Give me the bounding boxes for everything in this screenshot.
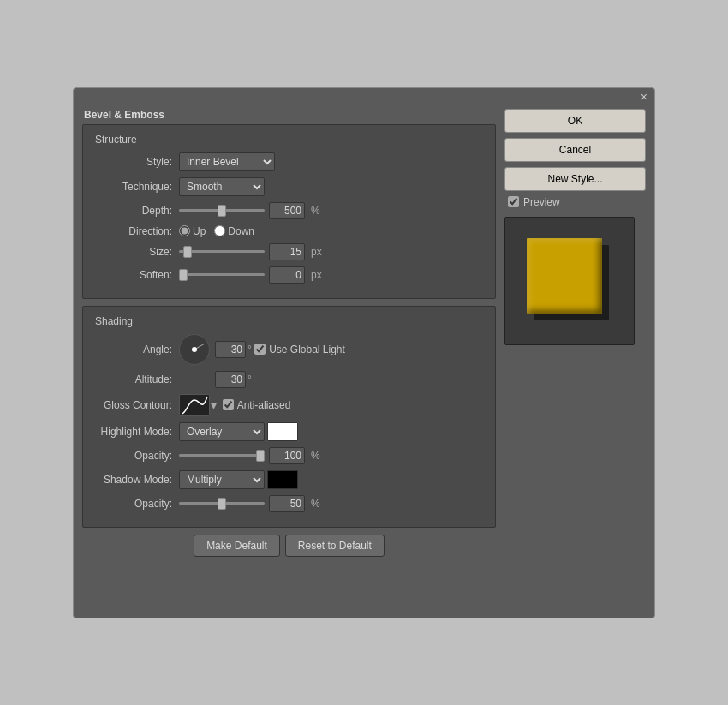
- global-light-label[interactable]: Use Global Light: [254, 344, 345, 355]
- direction-up-radio[interactable]: [179, 225, 190, 236]
- size-unit: px: [311, 246, 322, 258]
- soften-input[interactable]: [269, 266, 305, 284]
- highlight-mode-row: Highlight Mode: Normal Dissolve Multiply…: [95, 422, 483, 441]
- direction-radio-group: Up Down: [179, 225, 254, 237]
- preview-square: [527, 238, 602, 314]
- shadow-mode-select[interactable]: Normal Dissolve Multiply Screen Overlay: [179, 470, 265, 489]
- ok-button[interactable]: OK: [504, 109, 646, 133]
- depth-row: Depth: %: [95, 202, 483, 219]
- gloss-contour-label: Gloss Contour:: [95, 399, 172, 411]
- cancel-button[interactable]: Cancel: [504, 138, 646, 162]
- reset-to-default-button[interactable]: Reset to Default: [285, 535, 385, 557]
- soften-label: Soften:: [95, 269, 172, 281]
- size-slider[interactable]: [179, 250, 265, 253]
- highlight-opacity-unit: %: [311, 450, 320, 462]
- anti-aliased-label[interactable]: Anti-aliased: [223, 399, 291, 411]
- structure-panel: Structure Style: Inner Bevel Outer Bevel…: [82, 124, 496, 299]
- angle-unit: °: [248, 344, 252, 355]
- direction-row: Direction: Up Down: [95, 225, 483, 237]
- highlight-opacity-input[interactable]: [269, 447, 305, 464]
- direction-up-label[interactable]: Up: [179, 225, 206, 237]
- altitude-row: Altitude: °: [95, 371, 483, 388]
- style-select[interactable]: Inner Bevel Outer Bevel Emboss Pillow Em…: [179, 152, 275, 171]
- shadow-opacity-slider[interactable]: [179, 502, 265, 505]
- global-light-checkbox[interactable]: [254, 344, 266, 355]
- technique-row: Technique: Smooth Chisel Hard Chisel Sof…: [95, 177, 483, 196]
- highlight-opacity-row: Opacity: %: [95, 447, 483, 464]
- highlight-mode-label: Highlight Mode:: [95, 426, 172, 438]
- shadow-color-swatch[interactable]: [267, 470, 298, 489]
- angle-label: Angle:: [95, 344, 172, 355]
- technique-label: Technique:: [95, 181, 172, 193]
- direction-down-radio[interactable]: [214, 225, 225, 236]
- preview-label: Preview: [523, 196, 560, 208]
- style-label: Style:: [95, 156, 172, 168]
- highlight-mode-select[interactable]: Normal Dissolve Multiply Screen Overlay …: [179, 422, 265, 441]
- soften-slider-container: px: [179, 266, 483, 284]
- preview-check-row: Preview: [508, 196, 646, 208]
- altitude-label: Altitude:: [95, 373, 172, 385]
- angle-input[interactable]: [215, 341, 246, 358]
- depth-unit: %: [311, 205, 320, 217]
- shadow-opacity-input[interactable]: [269, 495, 305, 512]
- altitude-input[interactable]: [215, 371, 246, 388]
- make-default-button[interactable]: Make Default: [194, 535, 280, 557]
- bottom-buttons: Make Default Reset to Default: [82, 535, 496, 557]
- highlight-opacity-label: Opacity:: [95, 450, 172, 462]
- contour-dropdown-icon[interactable]: ▾: [211, 398, 217, 412]
- titlebar: ×: [634, 88, 654, 105]
- preview-square-outer: [527, 238, 612, 324]
- preview-checkbox[interactable]: [508, 196, 519, 207]
- dialog-window: × Bevel & Emboss Structure Style: Inner …: [73, 87, 655, 618]
- shadow-opacity-slider-container: %: [179, 495, 483, 512]
- shading-panel: Shading Angle: ° Use Global Light: [82, 306, 496, 528]
- soften-slider[interactable]: [179, 273, 265, 276]
- shadow-mode-row: Shadow Mode: Normal Dissolve Multiply Sc…: [95, 470, 483, 489]
- shadow-opacity-label: Opacity:: [95, 498, 172, 510]
- structure-title: Structure: [95, 134, 483, 146]
- soften-row: Soften: px: [95, 266, 483, 284]
- size-label: Size:: [95, 246, 172, 258]
- angle-dot: [192, 347, 197, 352]
- preview-box: [504, 217, 635, 345]
- panel-title: Bevel & Emboss: [82, 109, 496, 121]
- highlight-opacity-slider-container: %: [179, 447, 483, 464]
- size-slider-container: px: [179, 243, 483, 260]
- contour-preview[interactable]: [179, 394, 210, 416]
- left-panel: Bevel & Emboss Structure Style: Inner Be…: [82, 109, 496, 557]
- direction-label: Direction:: [95, 225, 172, 237]
- depth-slider-container: %: [179, 202, 483, 219]
- new-style-button[interactable]: New Style...: [504, 167, 646, 191]
- right-panel: OK Cancel New Style... Preview: [504, 109, 646, 557]
- depth-input[interactable]: [269, 202, 305, 219]
- style-row: Style: Inner Bevel Outer Bevel Emboss Pi…: [95, 152, 483, 171]
- highlight-opacity-slider[interactable]: [179, 454, 265, 457]
- direction-down-label[interactable]: Down: [214, 225, 254, 237]
- close-button[interactable]: ×: [639, 90, 649, 104]
- shadow-opacity-unit: %: [311, 498, 320, 510]
- size-row: Size: px: [95, 243, 483, 260]
- anti-aliased-checkbox[interactable]: [223, 399, 234, 410]
- gloss-contour-row: Gloss Contour: ▾ Anti-aliased: [95, 394, 483, 416]
- depth-label: Depth:: [95, 205, 172, 217]
- depth-slider[interactable]: [179, 209, 265, 212]
- angle-row: Angle: ° Use Global Light: [95, 334, 483, 365]
- technique-select[interactable]: Smooth Chisel Hard Chisel Soft: [179, 177, 265, 196]
- angle-dial[interactable]: [179, 334, 210, 365]
- shading-title: Shading: [95, 315, 483, 327]
- size-input[interactable]: [269, 243, 305, 260]
- shadow-opacity-row: Opacity: %: [95, 495, 483, 512]
- shadow-mode-label: Shadow Mode:: [95, 474, 172, 486]
- highlight-color-swatch[interactable]: [267, 422, 298, 441]
- altitude-unit: °: [248, 373, 252, 385]
- soften-unit: px: [311, 269, 322, 281]
